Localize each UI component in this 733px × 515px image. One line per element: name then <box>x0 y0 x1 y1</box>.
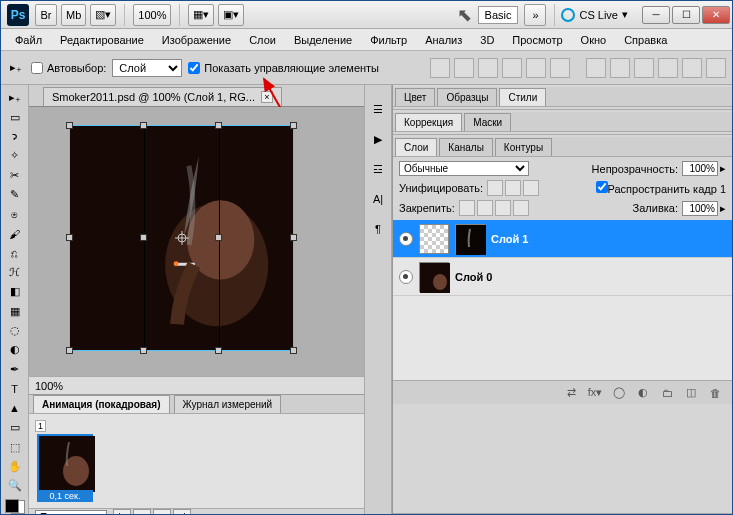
dist-icon-4[interactable] <box>658 58 678 78</box>
move-tool[interactable]: ▸₊ <box>4 89 26 106</box>
dodge-tool[interactable]: ◐ <box>4 341 26 358</box>
layers-tab[interactable]: Слои <box>395 138 437 156</box>
toolbar-br-button[interactable]: Br <box>35 4 57 26</box>
animation-frame-1[interactable]: 1 0,1 сек. <box>35 420 95 502</box>
fill-input[interactable] <box>682 201 718 216</box>
lock-all-icon[interactable] <box>513 200 529 216</box>
channels-tab[interactable]: Каналы <box>439 138 493 156</box>
menu-view[interactable]: Просмотр <box>504 31 570 49</box>
panel-icon-arrow[interactable]: ▶ <box>368 129 388 149</box>
autoselect-dropdown[interactable]: Слой <box>112 59 182 77</box>
close-doc-icon[interactable]: × <box>261 91 273 103</box>
delete-layer-icon[interactable]: 🗑 <box>706 385 724 401</box>
opacity-input[interactable] <box>682 161 718 176</box>
type-tool[interactable]: T <box>4 380 26 397</box>
menu-edit[interactable]: Редактирование <box>52 31 152 49</box>
styles-tab[interactable]: Стили <box>499 88 546 106</box>
animation-tab[interactable]: Анимация (покадровая) <box>33 395 170 413</box>
lock-transparency-icon[interactable] <box>459 200 475 216</box>
cs-live-button[interactable]: CS Live▾ <box>561 8 628 22</box>
toolbar-mb-button[interactable]: Mb <box>61 4 86 26</box>
prev-frame-button[interactable]: ◂ <box>133 509 151 514</box>
menu-filter[interactable]: Фильтр <box>362 31 415 49</box>
move-tool-indicator[interactable]: ▸₊ <box>7 59 25 77</box>
loop-dropdown[interactable]: Постоянно <box>35 510 107 515</box>
layer-mask-icon[interactable]: ◯ <box>610 385 628 401</box>
lock-position-icon[interactable] <box>495 200 511 216</box>
first-frame-button[interactable]: |◂ <box>113 509 131 514</box>
masks-tab[interactable]: Маски <box>464 113 511 131</box>
adjustments-tab[interactable]: Коррекция <box>395 113 462 131</box>
blur-tool[interactable]: ◌ <box>4 322 26 339</box>
zoom-dropdown[interactable]: 100% <box>133 4 171 26</box>
close-button[interactable]: ✕ <box>702 6 730 24</box>
wand-tool[interactable]: ✧ <box>4 147 26 164</box>
blend-mode-dropdown[interactable]: Обычные <box>399 161 529 176</box>
panel-icon-history[interactable]: ☰ <box>368 99 388 119</box>
path-select-tool[interactable]: ▲ <box>4 400 26 417</box>
document-tab[interactable]: Smoker2011.psd @ 100% (Слой 1, RG... × <box>43 87 282 106</box>
align-icon-3[interactable] <box>478 58 498 78</box>
panel-icon-brushes[interactable]: ☲ <box>368 159 388 179</box>
paths-tab[interactable]: Контуры <box>495 138 552 156</box>
stamp-tool[interactable]: ⎌ <box>4 244 26 261</box>
swatches-tab[interactable]: Образцы <box>437 88 497 106</box>
status-zoom[interactable]: 100% <box>35 380 63 392</box>
measurement-log-tab[interactable]: Журнал измерений <box>174 395 282 413</box>
healing-tool[interactable]: ⍟ <box>4 205 26 222</box>
zoom-tool[interactable]: 🔍 <box>4 477 26 494</box>
align-icon-5[interactable] <box>526 58 546 78</box>
next-frame-button[interactable]: ▸| <box>173 509 191 514</box>
panel-icon-character[interactable]: A| <box>368 189 388 209</box>
maximize-button[interactable]: ☐ <box>672 6 700 24</box>
align-icon-1[interactable] <box>430 58 450 78</box>
color-tab[interactable]: Цвет <box>395 88 435 106</box>
menu-window[interactable]: Окно <box>573 31 615 49</box>
eraser-tool[interactable]: ◧ <box>4 283 26 300</box>
workspace-selector[interactable]: Basic <box>478 6 519 24</box>
menu-image[interactable]: Изображение <box>154 31 239 49</box>
menu-3d[interactable]: 3D <box>472 31 502 49</box>
lock-pixels-icon[interactable] <box>477 200 493 216</box>
pen-tool[interactable]: ✒ <box>4 361 26 378</box>
new-layer-icon[interactable]: ◫ <box>682 385 700 401</box>
menu-layers[interactable]: Слои <box>241 31 284 49</box>
link-layers-icon[interactable]: ⇄ <box>562 385 580 401</box>
adjustment-layer-icon[interactable]: ◐ <box>634 385 652 401</box>
play-button[interactable]: ▸ <box>153 509 171 514</box>
shape-tool[interactable]: ▭ <box>4 419 26 436</box>
unify-visibility-icon[interactable] <box>505 180 521 196</box>
layer-item-1[interactable]: Слой 1 <box>393 220 732 258</box>
color-swatch[interactable] <box>5 499 25 514</box>
group-icon[interactable]: 🗀 <box>658 385 676 401</box>
frame-duration[interactable]: 0,1 сек. <box>37 490 93 502</box>
align-icon-2[interactable] <box>454 58 474 78</box>
crop-tool[interactable]: ✂ <box>4 167 26 184</box>
hand-tool[interactable]: ✋ <box>4 458 26 475</box>
layer-item-0[interactable]: Слой 0 <box>393 258 732 296</box>
menu-file[interactable]: Файл <box>7 31 50 49</box>
3d-tool[interactable]: ⬚ <box>4 438 26 455</box>
canvas[interactable] <box>69 125 294 351</box>
visibility-icon[interactable] <box>399 270 413 284</box>
dist-icon-3[interactable] <box>634 58 654 78</box>
dist-icon-2[interactable] <box>610 58 630 78</box>
layer-style-icon[interactable]: fx▾ <box>586 385 604 401</box>
marquee-tool[interactable]: ▭ <box>4 108 26 125</box>
align-icon-4[interactable] <box>502 58 522 78</box>
align-icon-6[interactable] <box>550 58 570 78</box>
toolbar-screen-mode[interactable]: ▧▾ <box>90 4 116 26</box>
unify-style-icon[interactable] <box>523 180 539 196</box>
lasso-tool[interactable]: ɂ <box>4 128 26 145</box>
arrange-docs-button[interactable]: ▦▾ <box>188 4 214 26</box>
dist-icon-1[interactable] <box>586 58 606 78</box>
menu-select[interactable]: Выделение <box>286 31 360 49</box>
menu-help[interactable]: Справка <box>616 31 675 49</box>
dist-icon-6[interactable] <box>706 58 726 78</box>
minimize-button[interactable]: ─ <box>642 6 670 24</box>
brush-tool[interactable]: 🖌 <box>4 225 26 242</box>
gradient-tool[interactable]: ▦ <box>4 302 26 319</box>
unify-position-icon[interactable] <box>487 180 503 196</box>
propagate-checkbox[interactable]: Распространить кадр 1 <box>596 181 726 195</box>
screen-mode-button[interactable]: ▣▾ <box>218 4 244 26</box>
